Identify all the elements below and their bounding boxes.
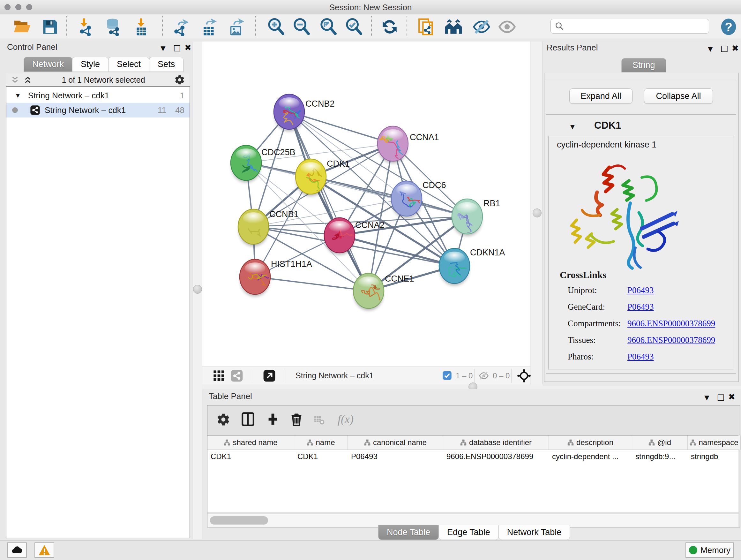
network-node-CDKN1A[interactable]: CDKN1A (439, 248, 505, 286)
network-options-gear-icon[interactable] (174, 74, 185, 85)
tab-network-table[interactable]: Network Table (498, 525, 570, 540)
network-collection-row[interactable]: ▼ String Network – cdk1 1 (6, 88, 190, 103)
tab-sets[interactable]: Sets (149, 57, 184, 72)
crosslink-value-link[interactable]: P06493 (627, 302, 654, 312)
network-node-CCNA1[interactable]: CCNA1 (378, 126, 439, 164)
crosslink-value-link[interactable]: P06493 (627, 286, 654, 295)
right-splitter-handle[interactable] (533, 208, 542, 217)
memory-button[interactable]: Memory (685, 543, 734, 558)
control-panel-close-icon[interactable]: ✖ (185, 44, 192, 52)
import-network-database-button[interactable] (104, 17, 123, 36)
collection-expand-icon[interactable]: ▼ (15, 92, 21, 99)
delete-column-trash-icon[interactable] (289, 412, 304, 427)
network-edge (289, 112, 393, 144)
cdk1-collapse-icon[interactable]: ▼ (569, 122, 576, 131)
crosslink-value-link[interactable]: 9606.ENSP00000378699 (627, 319, 715, 328)
tab-select[interactable]: Select (108, 57, 149, 72)
hide-selected-button[interactable] (472, 17, 491, 36)
zoom-in-button[interactable] (267, 17, 285, 36)
crosslink-row: Compartments:9606.ENSP00000378699 (549, 316, 734, 333)
zoom-out-button[interactable] (292, 17, 311, 36)
tab-style[interactable]: Style (72, 57, 109, 72)
left-splitter-handle[interactable] (193, 285, 202, 294)
column-header-description[interactable]: description (549, 435, 632, 450)
table-cell[interactable]: cyclin-dependent ... (549, 450, 632, 463)
network-node-HIST1H1A[interactable]: HIST1H1A (240, 259, 312, 297)
tab-string[interactable]: String (621, 58, 666, 72)
string-style-icon[interactable] (230, 369, 243, 382)
export-image-button[interactable] (227, 17, 246, 36)
fit-content-crosshair-icon[interactable] (517, 369, 531, 383)
export-table-button[interactable] (200, 17, 218, 36)
birdseye-toggle-icon[interactable] (212, 369, 225, 382)
crosslink-value-link[interactable]: P06493 (627, 352, 654, 362)
table-panel-float-icon[interactable]: ◻ (717, 392, 725, 401)
clone-network-button[interactable] (417, 17, 435, 36)
delete-table-icon[interactable] (313, 415, 325, 426)
column-header-namespace[interactable]: namespace (688, 435, 741, 450)
table-cell[interactable]: 9606.ENSP00000378699 (443, 450, 549, 463)
help-button[interactable]: ? (719, 17, 737, 36)
network-node-CDK1[interactable]: CDK1 (295, 159, 350, 196)
collapse-all-button[interactable]: Collapse All (644, 88, 713, 104)
control-panel-menu-icon[interactable]: ▼ (159, 44, 167, 52)
crosslink-label: GeneCard: (568, 302, 605, 312)
function-builder-icon[interactable]: f(x) (338, 413, 354, 426)
import-network-file-button[interactable] (77, 17, 95, 36)
open-session-button[interactable] (13, 17, 31, 36)
table-panel-close-icon[interactable]: ✖ (728, 393, 735, 401)
table-scrollbar-thumb[interactable] (210, 516, 268, 524)
show-all-button[interactable] (498, 17, 516, 36)
table-panel-menu-icon[interactable]: ▼ (703, 393, 711, 401)
network-row-selected[interactable]: String Network – cdk1 11 48 (6, 103, 190, 118)
expand-all-networks-icon[interactable] (10, 75, 20, 84)
column-header--id[interactable]: @id (632, 435, 688, 450)
table-cell[interactable]: CDK1 (294, 450, 348, 463)
control-panel-float-icon[interactable]: ◻ (173, 43, 181, 52)
warnings-button[interactable] (35, 543, 54, 558)
table-cell[interactable]: CDK1 (207, 450, 294, 463)
table-cell[interactable]: stringdb (688, 450, 741, 463)
selected-checkbox-icon[interactable] (442, 371, 452, 380)
table-tabs: Node Table Edge Table Network Table (378, 525, 569, 540)
tab-edge-table[interactable]: Edge Table (439, 525, 499, 540)
search-input[interactable] (567, 20, 709, 33)
zoom-selected-button[interactable] (345, 17, 363, 36)
tab-network[interactable]: Network (23, 57, 72, 72)
node-label-CCNE1: CCNE1 (385, 274, 414, 284)
results-panel-float-icon[interactable]: ◻ (720, 44, 728, 53)
results-panel-menu-icon[interactable]: ▼ (706, 45, 715, 53)
table-gear-icon[interactable] (216, 413, 230, 427)
column-header-label: @id (657, 438, 671, 447)
network-canvas[interactable]: CCNB2CCNA1CDC25BCDK1CDC6RB1CCNB1CCNA2CDK… (202, 42, 530, 367)
expand-all-button[interactable]: Expand All (569, 88, 632, 104)
crosslink-label: Pharos: (568, 352, 594, 362)
column-header-shared-name[interactable]: shared name (207, 435, 294, 450)
refresh-button[interactable] (381, 17, 399, 36)
table-cell[interactable]: P06493 (348, 450, 443, 463)
results-panel-close-icon[interactable]: ✖ (732, 44, 739, 52)
right-splitter[interactable] (531, 42, 543, 384)
zoom-fit-button[interactable] (319, 17, 338, 36)
network-list-toolbar: 1 of 1 Network selected (6, 73, 189, 86)
crosslink-label: Uniprot: (568, 286, 597, 295)
import-table-file-button[interactable] (132, 17, 151, 36)
crosslink-value-link[interactable]: 9606.ENSP00000378699 (627, 335, 715, 345)
collapse-all-networks-icon[interactable] (23, 75, 32, 84)
table-cell[interactable]: stringdb:9... (632, 450, 688, 463)
column-header-name[interactable]: name (294, 435, 348, 450)
open-in-window-icon[interactable] (263, 369, 276, 382)
add-column-icon[interactable] (266, 412, 280, 427)
hidden-eye-icon[interactable] (479, 371, 489, 381)
select-columns-icon[interactable] (241, 412, 255, 427)
left-splitter[interactable] (192, 42, 202, 539)
cloud-button[interactable] (7, 543, 27, 558)
column-header-database-identifier[interactable]: database identifier (443, 435, 549, 450)
tab-node-table[interactable]: Node Table (378, 525, 439, 540)
network-node-CDC25B[interactable]: CDC25B (231, 145, 295, 183)
column-header-canonical-name[interactable]: canonical name (348, 435, 443, 450)
first-neighbors-button[interactable] (444, 17, 463, 36)
save-session-button[interactable] (41, 17, 59, 36)
network-node-RB1[interactable]: RB1 (452, 199, 500, 236)
export-network-button[interactable] (172, 17, 190, 36)
